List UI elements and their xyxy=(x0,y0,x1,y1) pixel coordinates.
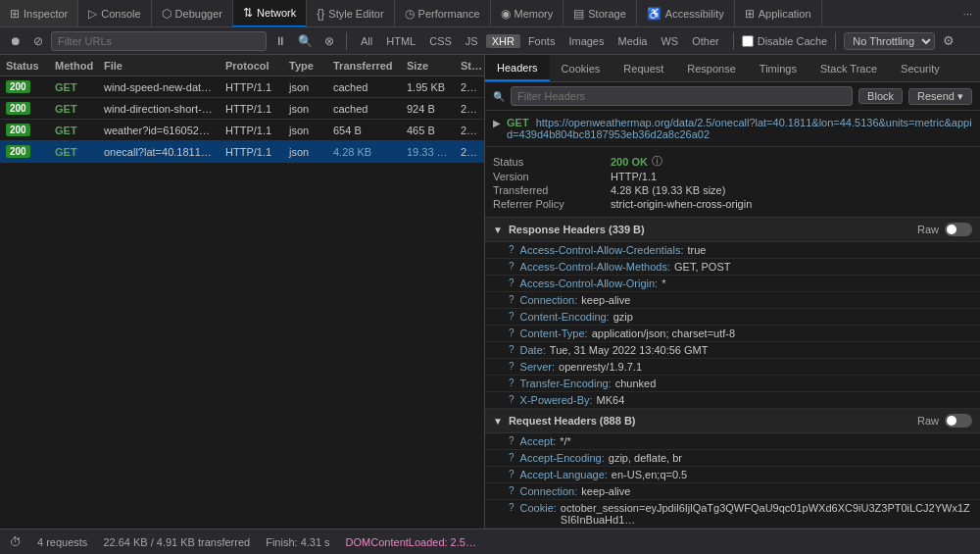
filter-other[interactable]: Other xyxy=(686,34,725,48)
col-header-size: Size xyxy=(401,60,455,72)
nav-tab-memory[interactable]: ◉ Memory xyxy=(491,0,564,27)
table-row[interactable]: 200 GET wind-speed-new-data.json HTTP/1.… xyxy=(0,76,484,98)
help-icon[interactable]: ? xyxy=(509,435,514,446)
help-icon[interactable]: ? xyxy=(509,261,514,272)
referrer-value: strict-origin-when-cross-origin xyxy=(611,198,752,210)
resend-button[interactable]: Resend ▾ xyxy=(908,88,972,105)
disable-cache-label[interactable]: Disable Cache xyxy=(742,35,828,47)
tab-stack-trace[interactable]: Stack Trace xyxy=(808,55,889,81)
filter-xhr[interactable]: XHR xyxy=(486,34,520,48)
tab-cookies[interactable]: Cookies xyxy=(550,55,612,81)
col-header-transferred: Transferred xyxy=(327,60,401,72)
help-icon[interactable]: ? xyxy=(509,361,514,372)
table-row[interactable]: 200 GET weather?id=616052&appid= HTTP/1.… xyxy=(0,120,484,141)
tab-headers[interactable]: Headers xyxy=(485,55,550,81)
nav-tab-style-editor[interactable]: {} Style Editor xyxy=(307,0,394,27)
response-headers-raw-area: Raw xyxy=(917,223,972,236)
help-icon[interactable]: ? xyxy=(509,277,514,288)
version-value: HTTP/1.1 xyxy=(611,171,657,182)
filter-fonts[interactable]: Fonts xyxy=(522,34,562,48)
header-name: Transfer-Encoding: xyxy=(520,378,612,389)
block-url-button[interactable]: ⊗ xyxy=(320,32,338,50)
raw-toggle[interactable] xyxy=(945,223,972,236)
table-row[interactable]: 200 GET onecall?lat=40.1811&lon=4… HTTP/… xyxy=(0,141,484,163)
col-header-file: File xyxy=(98,60,220,72)
header-name: Content-Encoding: xyxy=(520,311,610,323)
help-icon[interactable]: ? xyxy=(509,327,514,338)
search-button[interactable]: 🔍 xyxy=(294,32,317,50)
expand-url-button[interactable]: ▶ xyxy=(493,118,501,128)
help-icon[interactable]: ? xyxy=(509,394,514,405)
throttle-select[interactable]: No Throttling Slow 3G Fast 3G Offline xyxy=(844,32,935,50)
header-value: gzip xyxy=(613,311,633,323)
debugger-icon: ⬡ xyxy=(162,7,172,21)
filter-css[interactable]: CSS xyxy=(423,34,458,48)
tab-response[interactable]: Response xyxy=(675,55,748,81)
tab-request[interactable]: Request xyxy=(612,55,675,81)
table-row[interactable]: 200 GET wind-direction-short-data.j HTTP… xyxy=(0,98,484,120)
method-cell: GET xyxy=(49,125,98,136)
help-icon[interactable]: ? xyxy=(509,311,514,322)
help-icon[interactable]: ? xyxy=(509,294,514,305)
separator-2 xyxy=(733,32,734,50)
filter-images[interactable]: Images xyxy=(563,34,610,48)
header-entry: ?Access-Control-Allow-Credentials: true xyxy=(485,242,980,259)
clear-button[interactable]: ⊘ xyxy=(29,32,47,50)
filter-html[interactable]: HTML xyxy=(380,34,421,48)
status-label: Status xyxy=(493,156,611,168)
nav-tab-debugger[interactable]: ⬡ Debugger xyxy=(152,0,233,27)
header-name: Cookie: xyxy=(520,502,557,514)
request-raw-toggle[interactable] xyxy=(945,414,972,428)
application-icon: ⊞ xyxy=(745,7,755,21)
help-icon[interactable]: ? xyxy=(509,244,514,255)
collapse-request-headers-icon: ▼ xyxy=(493,416,503,427)
pause-button[interactable]: ⏸ xyxy=(270,32,290,50)
nav-tab-console[interactable]: ▷ Console xyxy=(78,0,151,27)
response-headers-section-header[interactable]: ▼ Response Headers (339 B) Raw xyxy=(485,218,980,242)
help-icon[interactable]: ? xyxy=(509,485,514,496)
disable-cache-checkbox[interactable] xyxy=(742,35,754,47)
filter-media[interactable]: Media xyxy=(612,34,653,48)
filter-ws[interactable]: WS xyxy=(655,34,684,48)
header-value: Tue, 31 May 2022 13:40:56 GMT xyxy=(550,344,709,356)
filter-all[interactable]: All xyxy=(355,34,378,48)
header-name: Date: xyxy=(520,344,546,356)
nav-tab-performance[interactable]: ◷ Performance xyxy=(395,0,491,27)
tab-security[interactable]: Security xyxy=(889,55,952,81)
header-value: * xyxy=(662,277,665,289)
nav-tab-network[interactable]: ⇅ Network xyxy=(233,0,307,27)
transferred-cell: cached xyxy=(327,103,401,115)
help-icon[interactable]: ? xyxy=(509,502,514,513)
help-icon[interactable]: ? xyxy=(509,469,514,479)
help-icon[interactable]: ? xyxy=(509,344,514,355)
nav-tab-application[interactable]: ⊞ Application xyxy=(735,0,822,27)
settings-button[interactable]: ⚙ xyxy=(939,31,958,50)
nav-tab-accessibility[interactable]: ♿ Accessibility xyxy=(637,0,735,27)
header-value: application/json; charset=utf-8 xyxy=(592,327,735,339)
request-headers-raw-area: Raw xyxy=(917,414,972,428)
transfer-size: 22.64 KB / 4.91 KB transferred xyxy=(103,536,250,548)
filter-js[interactable]: JS xyxy=(460,34,484,48)
help-icon[interactable]: ? xyxy=(509,378,514,388)
header-value: openresty/1.9.7.1 xyxy=(559,361,642,373)
st-cell: 2… xyxy=(455,146,484,158)
request-headers-title: Request Headers (888 B) xyxy=(509,415,636,427)
record-button[interactable]: ⏺ xyxy=(6,32,25,50)
request-headers-section-header[interactable]: ▼ Request Headers (888 B) Raw xyxy=(485,409,980,433)
tab-timings[interactable]: Timings xyxy=(748,55,808,81)
info-row-version: Version HTTP/1.1 xyxy=(493,170,972,183)
help-icon[interactable]: ? xyxy=(509,452,514,463)
filter-headers-input[interactable] xyxy=(511,86,853,106)
file-cell: weather?id=616052&appid= xyxy=(98,125,220,136)
status-help-icon[interactable]: ⓘ xyxy=(652,154,662,169)
col-header-type: Type xyxy=(283,60,327,72)
header-entry: ?Accept-Language: en-US,en;q=0.5 xyxy=(485,467,980,483)
block-button[interactable]: Block xyxy=(858,88,903,104)
nav-tab-inspector[interactable]: ⊞ Inspector xyxy=(0,0,78,27)
info-row-transferred: Transferred 4.28 KB (19.33 KB size) xyxy=(493,183,972,197)
detail-content: 🔍 Block Resend ▾ ▶ GET https://openweath… xyxy=(485,82,980,529)
type-cell: json xyxy=(283,81,327,93)
more-tabs-button[interactable]: ··· xyxy=(956,0,980,27)
nav-tab-storage[interactable]: ▤ Storage xyxy=(564,0,637,27)
filter-url-input[interactable] xyxy=(51,31,267,51)
